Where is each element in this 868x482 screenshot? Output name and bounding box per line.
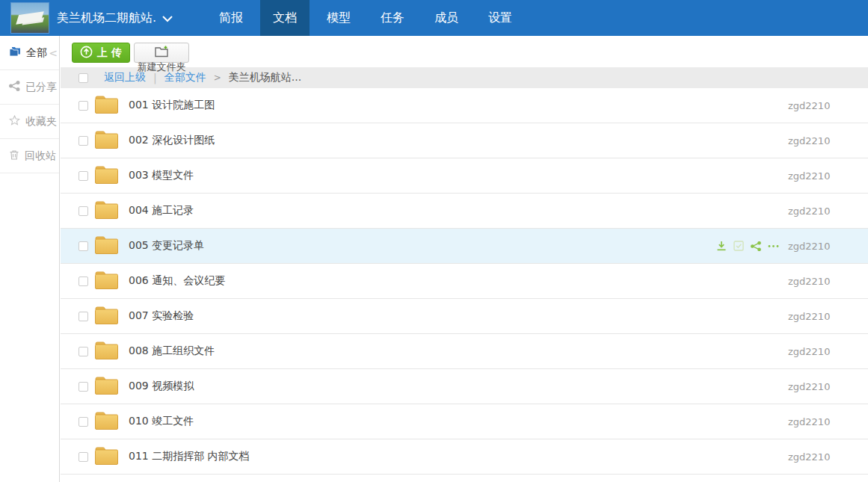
folder-icon — [94, 270, 119, 293]
owner-label: zgd2210 — [788, 170, 830, 182]
sidebar-item-label: 已分享 — [25, 81, 57, 94]
folder-name[interactable]: 005 变更记录单 — [129, 239, 716, 253]
folder-icon — [94, 164, 119, 188]
owner-label: zgd2210 — [788, 451, 830, 463]
main-tabs: 简报 文档 模型 任务 成员 设置 — [204, 0, 527, 36]
sidebar-item-shared[interactable]: 已分享 — [0, 70, 59, 105]
breadcrumb-current: 美兰机场航站... — [229, 71, 301, 84]
select-all-checkbox[interactable] — [79, 73, 88, 83]
tab-briefing[interactable]: 简报 — [206, 0, 256, 36]
row-checkbox[interactable] — [79, 417, 88, 427]
row-checkbox[interactable] — [79, 206, 88, 216]
sidebar-item-label: 全部 — [26, 46, 47, 60]
row-checkbox[interactable] — [79, 276, 88, 286]
folder-name[interactable]: 002 深化设计图纸 — [129, 134, 788, 147]
row-checkbox[interactable] — [79, 136, 88, 146]
more-icon[interactable] — [768, 244, 779, 248]
file-list: 001 设计院施工图 zgd2210 002 深化设计图纸 zgd2210 00… — [61, 88, 868, 482]
tab-documents[interactable]: 文档 — [260, 0, 310, 36]
folder-icon — [94, 410, 119, 433]
sidebar-item-label: 收藏夹 — [25, 115, 57, 129]
folder-icon — [94, 129, 119, 152]
upload-button[interactable]: 上 传 — [72, 43, 130, 63]
table-row[interactable]: 007 实验检验 zgd2210 — [61, 299, 868, 334]
project-thumbnail[interactable] — [10, 2, 49, 34]
owner-label: zgd2210 — [788, 381, 830, 392]
folder-name[interactable]: 001 设计院施工图 — [129, 99, 788, 112]
share-icon — [9, 81, 20, 93]
folder-name[interactable]: 009 视频模拟 — [129, 380, 788, 393]
folder-name[interactable]: 010 竣工文件 — [129, 415, 788, 428]
folder-icon — [94, 235, 119, 258]
approve-icon[interactable] — [733, 241, 744, 251]
row-checkbox[interactable] — [79, 241, 88, 251]
project-title[interactable]: 美兰机场二期航站. — [57, 0, 156, 36]
folder-name[interactable]: 004 施工记录 — [129, 204, 788, 217]
table-row[interactable]: 009 视频模拟 zgd2210 — [61, 369, 868, 404]
folders-icon — [9, 46, 21, 59]
breadcrumb-separator: > — [214, 72, 221, 83]
file-browser: 上 传 新建文件夹 返回上级 | 全部文件 > 美兰机场航站... 001 设计… — [61, 36, 868, 482]
sidebar-item-all[interactable]: 全部 < — [0, 36, 59, 70]
table-row[interactable]: 010 竣工文件 zgd2210 — [61, 404, 868, 439]
table-row[interactable]: 001 设计院施工图 zgd2210 — [61, 88, 868, 123]
row-action-icons — [716, 241, 779, 251]
top-navbar: 美兰机场二期航站. 简报 文档 模型 任务 成员 设置 — [0, 0, 868, 36]
row-checkbox[interactable] — [79, 452, 88, 462]
new-folder-control: 新建文件夹 — [134, 43, 189, 74]
folder-icon — [94, 200, 119, 223]
tab-models[interactable]: 模型 — [314, 0, 363, 36]
folder-icon — [94, 340, 119, 363]
upload-cloud-icon — [80, 46, 93, 61]
folder-icon — [94, 375, 119, 398]
folder-name[interactable]: 007 实验检验 — [129, 309, 788, 323]
new-folder-icon — [154, 46, 169, 61]
sidebar: 全部 < 已分享 收藏夹 回收站 — [0, 36, 60, 482]
table-row[interactable]: 006 通知、会议纪要 zgd2210 — [61, 264, 868, 299]
row-checkbox[interactable] — [79, 347, 88, 356]
row-checkbox[interactable] — [79, 101, 88, 111]
chevron-down-icon[interactable] — [162, 11, 173, 25]
toolbar: 上 传 新建文件夹 — [61, 36, 868, 67]
owner-label: zgd2210 — [788, 135, 830, 146]
sidebar-collapse-chevron[interactable]: < — [49, 47, 58, 59]
tab-members[interactable]: 成员 — [422, 0, 471, 36]
owner-label: zgd2210 — [788, 346, 830, 357]
table-row[interactable]: 011 二期指挥部 内部文档 zgd2210 — [61, 439, 868, 475]
table-row[interactable]: 008 施工组织文件 zgd2210 — [61, 334, 868, 369]
folder-name[interactable]: 006 通知、会议纪要 — [129, 274, 788, 288]
owner-label: zgd2210 — [788, 206, 830, 217]
folder-icon — [94, 94, 119, 117]
tab-settings[interactable]: 设置 — [475, 0, 525, 36]
owner-label: zgd2210 — [788, 100, 830, 111]
folder-icon — [94, 305, 119, 328]
row-checkbox[interactable] — [79, 312, 88, 321]
sidebar-item-label: 回收站 — [25, 149, 56, 163]
folder-name[interactable]: 011 二期指挥部 内部文档 — [129, 450, 788, 463]
star-icon — [9, 115, 20, 128]
row-checkbox[interactable] — [79, 171, 88, 181]
table-row-hovered[interactable]: 005 变更记录单 zgd2210 — [61, 229, 868, 264]
owner-label: zgd2210 — [788, 241, 830, 252]
tab-tasks[interactable]: 任务 — [368, 0, 417, 36]
trash-icon — [9, 149, 19, 162]
share-icon[interactable] — [751, 241, 761, 251]
sidebar-item-favorites[interactable]: 收藏夹 — [0, 105, 59, 139]
new-folder-label: 新建文件夹 — [134, 61, 189, 74]
table-row[interactable]: 003 模型文件 zgd2210 — [61, 158, 868, 194]
owner-label: zgd2210 — [788, 311, 830, 322]
row-checkbox[interactable] — [79, 382, 88, 392]
folder-name[interactable]: 003 模型文件 — [129, 169, 788, 182]
owner-label: zgd2210 — [788, 416, 830, 427]
folder-name[interactable]: 008 施工组织文件 — [129, 344, 788, 358]
table-row[interactable]: 002 深化设计图纸 zgd2210 — [61, 123, 868, 158]
upload-button-label: 上 传 — [97, 46, 122, 60]
new-folder-button[interactable] — [134, 43, 189, 63]
sidebar-item-recycle[interactable]: 回收站 — [0, 139, 59, 173]
table-row[interactable]: 004 施工记录 zgd2210 — [61, 194, 868, 229]
list-tail-spacer — [61, 475, 868, 482]
owner-label: zgd2210 — [788, 276, 830, 287]
download-icon[interactable] — [716, 241, 727, 251]
folder-icon — [94, 445, 119, 469]
